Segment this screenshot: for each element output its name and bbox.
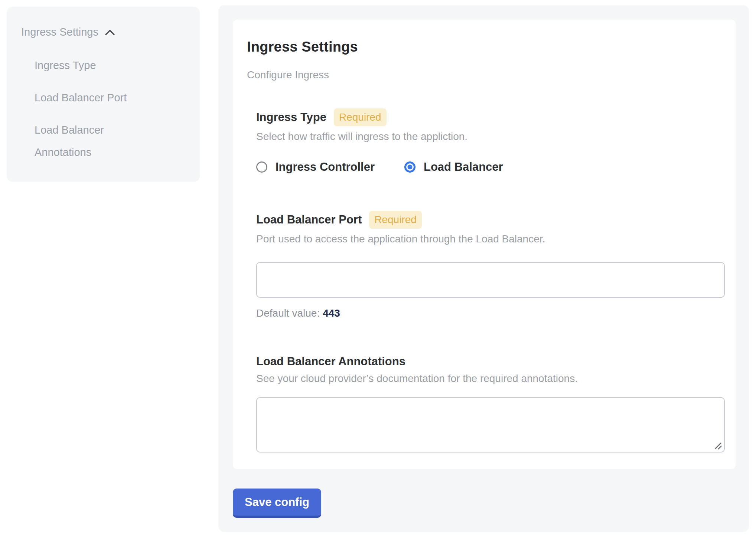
field-load-balancer-annotations-description: See your cloud provider’s documentation … bbox=[256, 373, 725, 385]
field-load-balancer-port-header: Load Balancer Port Required bbox=[256, 211, 725, 229]
field-load-balancer-annotations: Load Balancer Annotations See your cloud… bbox=[256, 355, 725, 453]
radio-selected-icon[interactable] bbox=[404, 161, 416, 173]
radio-label-load-balancer: Load Balancer bbox=[424, 160, 503, 174]
default-value-label: Default value: bbox=[256, 307, 320, 319]
sidebar-item-load-balancer-annotations[interactable]: Load Balancer Annotations bbox=[35, 119, 135, 163]
sidebar-item-load-balancer-port[interactable]: Load Balancer Port bbox=[35, 86, 135, 109]
sidebar-section-ingress-settings[interactable]: Ingress Settings bbox=[21, 24, 185, 39]
required-badge: Required bbox=[334, 108, 387, 126]
field-load-balancer-annotations-header: Load Balancer Annotations bbox=[256, 355, 725, 368]
radio-option-load-balancer[interactable]: Load Balancer bbox=[404, 160, 503, 174]
default-value-row: Default value:443 bbox=[256, 307, 725, 319]
default-value: 443 bbox=[323, 307, 340, 319]
ingress-type-radio-group: Ingress Controller Load Balancer bbox=[256, 160, 725, 174]
save-config-button[interactable]: Save config bbox=[233, 489, 321, 518]
field-load-balancer-annotations-label: Load Balancer Annotations bbox=[256, 355, 405, 368]
load-balancer-annotations-textarea[interactable] bbox=[256, 397, 725, 453]
sidebar-item-list: Ingress Type Load Balancer Port Load Bal… bbox=[21, 54, 185, 163]
field-ingress-type-label: Ingress Type bbox=[256, 111, 326, 124]
resize-handle-icon[interactable] bbox=[714, 442, 722, 450]
radio-label-ingress-controller: Ingress Controller bbox=[276, 160, 375, 174]
annotations-textarea-wrap bbox=[256, 397, 725, 453]
ingress-settings-panel: Ingress Settings Configure Ingress Ingre… bbox=[218, 5, 749, 532]
ingress-settings-card: Ingress Settings Configure Ingress Ingre… bbox=[233, 20, 736, 469]
field-load-balancer-port-description: Port used to access the application thro… bbox=[256, 233, 725, 245]
sidebar-item-ingress-type[interactable]: Ingress Type bbox=[35, 54, 135, 76]
radio-unselected-icon[interactable] bbox=[256, 161, 267, 173]
field-ingress-type-description: Select how traffic will ingress to the a… bbox=[256, 131, 725, 143]
load-balancer-port-input[interactable] bbox=[256, 262, 725, 298]
settings-nav-sidebar: Ingress Settings Ingress Type Load Balan… bbox=[7, 7, 200, 182]
field-ingress-type-header: Ingress Type Required bbox=[256, 108, 725, 126]
sidebar-section-label: Ingress Settings bbox=[21, 24, 98, 39]
field-load-balancer-port: Load Balancer Port Required Port used to… bbox=[256, 211, 725, 319]
chevron-up-icon bbox=[104, 29, 115, 36]
field-ingress-type: Ingress Type Required Select how traffic… bbox=[256, 108, 725, 174]
page-subtitle: Configure Ingress bbox=[247, 69, 725, 81]
required-badge: Required bbox=[369, 211, 422, 229]
field-load-balancer-port-label: Load Balancer Port bbox=[256, 213, 362, 226]
page-title: Ingress Settings bbox=[247, 39, 725, 55]
radio-option-ingress-controller[interactable]: Ingress Controller bbox=[256, 160, 375, 174]
form-fields: Ingress Type Required Select how traffic… bbox=[256, 108, 725, 453]
